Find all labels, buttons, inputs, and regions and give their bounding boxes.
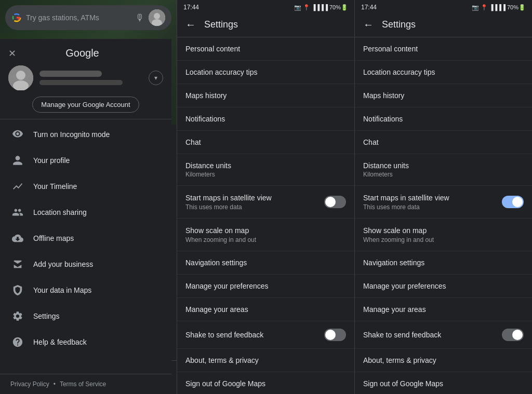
drawer-title: Google bbox=[16, 47, 149, 59]
satellite-view-toggle-2[interactable] bbox=[502, 196, 524, 208]
settings-item-label: Manage your preferences bbox=[185, 282, 269, 290]
settings-shake-feedback-2[interactable]: Shake to send feedback bbox=[355, 321, 532, 349]
sidebar-item-offline-maps[interactable]: Offline maps bbox=[0, 225, 171, 251]
status-time-2: 17:44 bbox=[361, 4, 377, 11]
back-button-1[interactable]: ← bbox=[185, 19, 196, 31]
settings-item-sub: Kilometers bbox=[363, 171, 524, 178]
settings-item-label: Shake to send feedback bbox=[185, 331, 263, 339]
settings-areas-1[interactable]: Manage your areas bbox=[177, 298, 354, 321]
settings-item-row: Navigation settings bbox=[363, 259, 524, 267]
settings-show-scale-1[interactable]: Show scale on map When zooming in and ou… bbox=[177, 219, 354, 251]
svg-point-2 bbox=[154, 13, 160, 19]
sidebar-item-data-maps[interactable]: Your data in Maps bbox=[0, 277, 171, 303]
search-bar[interactable]: Try gas stations, ATMs 🎙 bbox=[5, 5, 171, 30]
settings-item-row: Maps history bbox=[185, 91, 346, 100]
sidebar-label-help: Help & feedback bbox=[33, 338, 87, 346]
settings-item-row: Manage your preferences bbox=[363, 282, 524, 290]
settings-notifications-1[interactable]: Notifications bbox=[177, 107, 354, 131]
settings-sign-out-2[interactable]: Sign out of Google Maps bbox=[355, 372, 532, 394]
account-avatar bbox=[8, 65, 33, 90]
sidebar-label-add-business: Add your business bbox=[33, 260, 93, 268]
signal-icon-1: ▐▐▐▐ bbox=[312, 4, 328, 10]
settings-item-row: Sign out of Google Maps bbox=[363, 379, 524, 388]
settings-item-sub: When zooming in and out bbox=[185, 236, 256, 243]
settings-item-row: Personal content bbox=[185, 45, 346, 53]
settings-preferences-2[interactable]: Manage your preferences bbox=[355, 275, 532, 298]
settings-maps-history-1[interactable]: Maps history bbox=[177, 84, 354, 107]
settings-location-accuracy-1[interactable]: Location accuracy tips bbox=[177, 61, 354, 84]
user-avatar[interactable] bbox=[149, 9, 165, 26]
settings-personal-content-1[interactable]: Personal content bbox=[177, 37, 354, 61]
settings-location-accuracy-2[interactable]: Location accuracy tips bbox=[355, 61, 532, 84]
settings-item-row: Sign out of Google Maps bbox=[185, 379, 346, 388]
settings-chat-1[interactable]: Chat bbox=[177, 131, 354, 154]
settings-navigation-2[interactable]: Navigation settings bbox=[355, 251, 532, 275]
sidebar-item-settings[interactable]: Settings bbox=[0, 303, 171, 329]
sidebar-label-offline-maps: Offline maps bbox=[33, 234, 74, 242]
settings-preferences-1[interactable]: Manage your preferences bbox=[177, 275, 354, 298]
settings-notifications-2[interactable]: Notifications bbox=[355, 107, 532, 131]
location-status-icon: 📍 bbox=[303, 4, 310, 11]
left-panel: Try gas stations, ATMs 🎙 ✕ Google bbox=[0, 0, 177, 394]
terms-link[interactable]: Terms of Service bbox=[60, 381, 106, 388]
settings-item-label: Sign out of Google Maps bbox=[185, 379, 265, 388]
settings-item-row: Manage your preferences bbox=[185, 282, 346, 290]
toggle-thumb bbox=[512, 330, 523, 340]
settings-distance-units-1[interactable]: Distance units Kilometers bbox=[177, 154, 354, 186]
expand-account-button[interactable]: ▾ bbox=[149, 71, 163, 85]
settings-maps-history-2[interactable]: Maps history bbox=[355, 84, 532, 107]
settings-distance-units-2[interactable]: Distance units Kilometers bbox=[355, 154, 532, 186]
settings-item-row: Location accuracy tips bbox=[185, 68, 346, 76]
help-icon bbox=[10, 336, 25, 348]
settings-satellite-view-1[interactable]: Start maps in satellite view This uses m… bbox=[177, 186, 354, 219]
settings-item-label: Notifications bbox=[363, 115, 403, 123]
settings-item-row: Start maps in satellite view This uses m… bbox=[185, 193, 346, 211]
settings-shake-feedback-1[interactable]: Shake to send feedback bbox=[177, 321, 354, 349]
settings-navigation-1[interactable]: Navigation settings bbox=[177, 251, 354, 275]
settings-item-sub: This uses more data bbox=[363, 203, 449, 211]
microphone-icon[interactable]: 🎙 bbox=[135, 12, 144, 23]
sidebar-menu: Turn on Incognito mode Your profile Your… bbox=[0, 119, 171, 374]
privacy-policy-link[interactable]: Privacy Policy bbox=[10, 381, 49, 388]
settings-item-label: Personal content bbox=[363, 45, 418, 53]
settings-personal-content-2[interactable]: Personal content bbox=[355, 37, 532, 61]
shake-feedback-toggle-2[interactable] bbox=[502, 329, 524, 341]
satellite-view-toggle-1[interactable] bbox=[324, 196, 346, 208]
settings-areas-2[interactable]: Manage your areas bbox=[355, 298, 532, 321]
settings-item-label: Location accuracy tips bbox=[363, 68, 435, 76]
toggle-thumb bbox=[512, 197, 523, 207]
back-button-2[interactable]: ← bbox=[363, 19, 374, 31]
camera-status-icon-2: 📷 bbox=[472, 4, 479, 11]
manage-account-button[interactable]: Manage your Google Account bbox=[32, 97, 139, 113]
settings-satellite-view-2[interactable]: Start maps in satellite view This uses m… bbox=[355, 186, 532, 219]
sidebar-item-timeline[interactable]: Your Timeline bbox=[0, 173, 171, 199]
settings-item-row: About, terms & privacy bbox=[363, 356, 524, 364]
settings-item-label: Start maps in satellite view bbox=[363, 194, 449, 202]
account-email-blur bbox=[39, 80, 123, 85]
settings-item-row: Manage your areas bbox=[363, 305, 524, 314]
sidebar-item-help[interactable]: Help & feedback bbox=[0, 329, 171, 355]
shake-feedback-toggle-1[interactable] bbox=[324, 329, 346, 341]
camera-status-icon: 📷 bbox=[294, 4, 301, 11]
settings-chat-2[interactable]: Chat bbox=[355, 131, 532, 154]
settings-item-label: About, terms & privacy bbox=[185, 356, 259, 364]
settings-about-2[interactable]: About, terms & privacy bbox=[355, 349, 532, 372]
settings-show-scale-2[interactable]: Show scale on map When zooming in and ou… bbox=[355, 219, 532, 251]
battery-icon-1: 70%🔋 bbox=[329, 4, 348, 11]
settings-item-row: Navigation settings bbox=[185, 259, 346, 267]
settings-sign-out-1[interactable]: Sign out of Google Maps bbox=[177, 372, 354, 394]
settings-item-label: Distance units bbox=[363, 161, 409, 170]
sidebar-item-incognito[interactable]: Turn on Incognito mode bbox=[0, 121, 171, 147]
settings-item-row: Manage your areas bbox=[185, 305, 346, 314]
sidebar-item-profile[interactable]: Your profile bbox=[0, 147, 171, 173]
incognito-icon bbox=[10, 129, 25, 140]
settings-item-row: Distance units bbox=[363, 161, 524, 170]
close-button[interactable]: ✕ bbox=[8, 48, 16, 59]
sidebar-item-add-business[interactable]: Add your business bbox=[0, 251, 171, 277]
status-bar-2: 17:44 📷 📍 ▐▐▐▐ 70%🔋 bbox=[355, 0, 532, 15]
settings-about-1[interactable]: About, terms & privacy bbox=[177, 349, 354, 372]
settings-panel-1: 17:44 📷 📍 ▐▐▐▐ 70%🔋 ← Settings Personal … bbox=[177, 0, 354, 394]
sidebar-item-location-sharing[interactable]: Location sharing bbox=[0, 199, 171, 225]
status-time-1: 17:44 bbox=[183, 4, 199, 11]
sidebar-label-profile: Your profile bbox=[33, 156, 70, 165]
